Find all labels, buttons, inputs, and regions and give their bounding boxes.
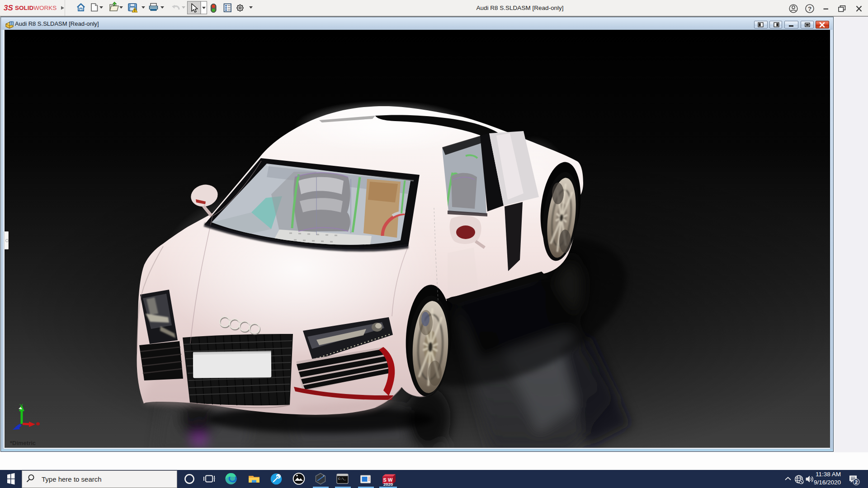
svg-text:11:38 AM: 11:38 AM — [816, 471, 841, 478]
svg-text:2020: 2020 — [383, 482, 393, 487]
svg-text:9/16/2020: 9/16/2020 — [814, 479, 841, 486]
svg-text:C:\_: C:\_ — [338, 477, 346, 481]
svg-text:2: 2 — [855, 479, 858, 485]
svg-text:?: ? — [808, 5, 811, 12]
svg-text:Y: Y — [19, 403, 23, 409]
